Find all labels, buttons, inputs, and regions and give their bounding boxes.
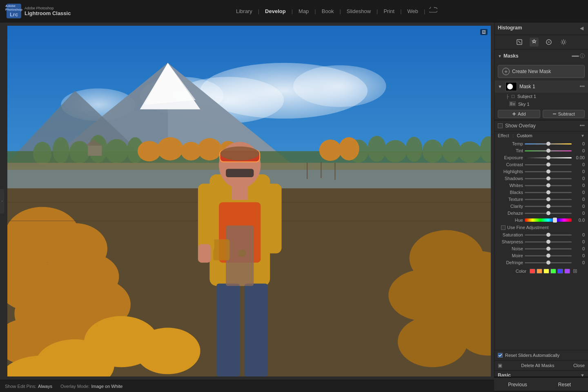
show-overlay-label: Show Overlay	[505, 123, 577, 129]
color-swatch-yellow[interactable]	[543, 269, 549, 274]
shadows-slider-row: Shadows 0	[498, 176, 585, 181]
dehaze-value: 0	[573, 211, 585, 216]
sky1-item[interactable]: Sky 1	[503, 100, 588, 108]
tint-slider[interactable]	[525, 148, 572, 154]
effect-dropdown-arrow[interactable]: ▼	[581, 134, 585, 138]
saturation-slider[interactable]	[525, 232, 572, 238]
color-swatch-purple[interactable]	[564, 269, 570, 274]
nav-library[interactable]: Library	[230, 7, 258, 16]
svg-point-26	[138, 141, 161, 161]
nav-web[interactable]: Web	[402, 7, 424, 16]
histogram-header: Histogram ◀	[498, 25, 585, 31]
masks-header: ▼ Masks ⓘ	[494, 49, 588, 62]
svg-point-73	[238, 249, 246, 257]
crop-tool-icon[interactable]	[515, 38, 524, 47]
nav-map[interactable]: Map	[293, 7, 314, 16]
mask1-expand-arrow: ▼	[498, 84, 502, 89]
svg-point-22	[422, 140, 443, 163]
heal-tool-icon[interactable]	[530, 38, 539, 47]
dehaze-slider-row: Dehaze 0	[498, 210, 585, 216]
add-button[interactable]: Add	[498, 110, 540, 118]
right-panel: Histogram ◀	[494, 22, 588, 380]
color-swatch-red[interactable]	[530, 269, 535, 274]
mask1-item[interactable]: ▼ Mask 1 •••	[494, 80, 588, 93]
defringe-slider[interactable]	[525, 260, 572, 265]
topbar: Adobe Photoshop Lrc Adobe Photoshop Ligh…	[0, 0, 588, 22]
histogram-collapse-button[interactable]: ◀	[580, 25, 585, 30]
left-collapse-button[interactable]: ›	[0, 189, 4, 214]
color-swatch-green[interactable]	[550, 269, 556, 274]
svg-point-23	[442, 138, 461, 162]
exposure-label: Exposure	[498, 155, 523, 160]
settings-tool-icon[interactable]	[559, 38, 568, 47]
subject1-icon: ☐	[511, 94, 515, 99]
hue-value: 0.0	[573, 218, 585, 223]
mask-tool-icon[interactable]	[544, 38, 553, 47]
exposure-slider[interactable]	[525, 155, 572, 160]
photo-wrapper: 🖼	[7, 26, 491, 376]
fine-adjustment-row: Use Fine Adjustment	[498, 224, 585, 231]
color-swatch-blue[interactable]	[557, 269, 563, 274]
blacks-value: 0	[573, 190, 585, 195]
photo-overlay-icon: 🖼	[480, 29, 488, 35]
edit-pins-value[interactable]: Always	[38, 384, 52, 389]
noise-value: 0	[573, 246, 585, 251]
color-label: Color	[501, 269, 526, 274]
overlay-mode-value[interactable]: Image on White	[91, 384, 122, 389]
close-masks-button[interactable]: Close	[573, 363, 585, 368]
subject1-item[interactable]: ├ ☐ Subject 1	[503, 93, 588, 100]
add-subtract-row: Add Subtract	[494, 108, 588, 120]
create-new-mask-button[interactable]: + Create New Mask	[498, 65, 585, 78]
svg-rect-84	[513, 103, 515, 105]
subtract-button[interactable]: Subtract	[543, 110, 585, 118]
svg-rect-81	[572, 56, 579, 57]
hue-slider[interactable]	[525, 217, 572, 223]
mask1-thumbnail	[506, 82, 517, 91]
show-overlay-options[interactable]: •••	[579, 123, 585, 129]
temp-slider[interactable]	[525, 141, 572, 147]
masks-collapse-arrow[interactable]: ▼	[498, 54, 502, 58]
delete-all-masks-button[interactable]: Delete All Masks	[504, 363, 572, 368]
masks-label: Masks	[503, 53, 571, 59]
whites-slider[interactable]	[525, 183, 572, 188]
svg-rect-70	[245, 283, 268, 376]
highlights-slider[interactable]	[525, 169, 572, 174]
noise-slider[interactable]	[525, 246, 572, 252]
dehaze-slider[interactable]	[525, 210, 572, 216]
svg-point-20	[384, 140, 407, 163]
masks-info-icon[interactable]: ⓘ	[580, 53, 585, 60]
nav-develop[interactable]: Develop	[259, 7, 292, 16]
nav-print[interactable]: Print	[378, 7, 400, 16]
sharpness-slider[interactable]	[525, 239, 572, 245]
shadows-slider[interactable]	[525, 176, 572, 181]
panel-collapse-icon[interactable]: ▣	[498, 363, 502, 368]
color-picker-icon[interactable]: ⊞	[573, 268, 577, 274]
fine-adjustment-checkbox[interactable]	[501, 225, 506, 230]
nav-slideshow[interactable]: Slideshow	[341, 7, 376, 16]
clarity-slider[interactable]	[525, 203, 572, 209]
highlights-slider-row: Highlights 0	[498, 169, 585, 174]
sky1-name: Sky 1	[518, 102, 530, 107]
hue-slider-row: Hue 0.0	[498, 217, 585, 223]
moire-label: Moire	[498, 253, 523, 258]
color-swatch-orange[interactable]	[537, 269, 542, 274]
reset-sliders-checkbox[interactable]	[498, 353, 503, 358]
panel-bottom-row: ▣ Delete All Masks Close	[494, 360, 588, 370]
blacks-slider[interactable]	[525, 189, 572, 195]
sky1-icon	[509, 101, 516, 107]
texture-slider[interactable]	[525, 196, 572, 202]
create-mask-label: Create New Mask	[512, 69, 551, 74]
cloud-icon[interactable]	[428, 6, 438, 16]
photo-area: 🖼	[4, 22, 494, 380]
contrast-slider[interactable]	[525, 162, 572, 167]
exposure-value: 0.00	[573, 155, 585, 160]
moire-slider[interactable]	[525, 253, 572, 258]
show-overlay-checkbox[interactable]	[498, 123, 503, 128]
reset-button[interactable]: Reset	[541, 378, 588, 391]
nav-book[interactable]: Book	[316, 7, 340, 16]
tool-icons-row	[494, 35, 588, 49]
tint-label: Tint	[498, 148, 523, 153]
mask1-options-button[interactable]: •••	[579, 84, 585, 89]
previous-button[interactable]: Previous	[494, 378, 541, 391]
masks-line-icon	[571, 51, 580, 60]
